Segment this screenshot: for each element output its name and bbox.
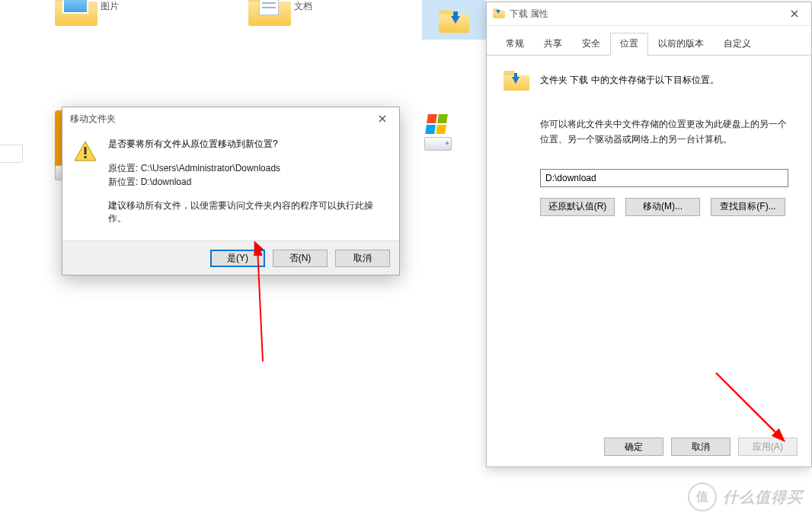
svg-rect-0: [85, 147, 87, 154]
downloads-folder-icon: [504, 69, 529, 95]
close-button[interactable]: [366, 107, 399, 130]
properties-headline: 文件夹 下载 中的文件存储于以下目标位置。: [540, 69, 719, 87]
warning-icon: [73, 139, 98, 164]
properties-tabs: 常规 共享 安全 位置 以前的版本 自定义: [487, 26, 811, 56]
properties-dialog: 下载 属性 常规 共享 安全 位置 以前的版本 自定义 文件夹 下载 中的文件存…: [486, 2, 812, 467]
cancel-button[interactable]: 取消: [671, 438, 730, 456]
properties-title: 下载 属性: [510, 8, 778, 21]
watermark-badge: 值: [688, 482, 717, 511]
watermark-text: 什么值得买: [723, 487, 803, 508]
move-dialog-advice: 建议移动所有文件，以便需要访问文件夹内容的程序可以执行此操作。: [108, 199, 385, 225]
download-arrow-icon: [451, 16, 460, 24]
new-path-value: D:\download: [141, 177, 192, 187]
no-button[interactable]: 否(N): [273, 250, 328, 267]
close-icon: [791, 10, 798, 18]
properties-description: 你可以将此文件夹中文件存储的位置更改为此硬盘上的另一个位置、另一个驱动器或网络上…: [540, 116, 794, 148]
move-button[interactable]: 移动(M)...: [625, 198, 700, 216]
find-target-button[interactable]: 查找目标(F)...: [711, 198, 785, 216]
picture-icon: [62, 0, 88, 14]
tab-location[interactable]: 位置: [610, 33, 648, 56]
pictures-folder[interactable]: [55, 0, 98, 26]
move-dialog-question: 是否要将所有文件从原位置移动到新位置?: [108, 138, 385, 151]
windows-logo-icon: [425, 114, 448, 134]
move-folder-dialog: 移动文件夹 是否要将所有文件从原位置移动到新位置? 原位置: C:\Users\…: [62, 107, 400, 275]
watermark: 值 什么值得买: [688, 482, 803, 511]
move-dialog-paths: 原位置: C:\Users\Administrator\Downloads 新位…: [108, 161, 385, 189]
ok-button[interactable]: 确定: [604, 438, 663, 456]
move-dialog-title: 移动文件夹: [70, 113, 366, 126]
new-path-label: 新位置:: [108, 177, 141, 187]
location-path-input[interactable]: [540, 169, 788, 187]
tab-sharing[interactable]: 共享: [534, 33, 572, 56]
apply-button[interactable]: 应用(A): [738, 438, 798, 456]
sidebar-partial-label: B: [0, 145, 23, 163]
documents-label: 文档: [294, 0, 312, 13]
pictures-label: 图片: [101, 0, 119, 13]
tab-previous[interactable]: 以前的版本: [648, 33, 714, 56]
document-icon: [259, 0, 279, 15]
move-dialog-titlebar[interactable]: 移动文件夹: [62, 107, 399, 130]
dialog-cancel-button[interactable]: 取消: [335, 250, 390, 267]
downloads-folder-icon: [493, 8, 505, 20]
svg-rect-1: [85, 156, 87, 158]
restore-default-button[interactable]: 还原默认值(R): [540, 198, 615, 216]
documents-folder[interactable]: [248, 0, 291, 26]
tab-general[interactable]: 常规: [496, 33, 534, 56]
drive-icon: [424, 137, 452, 151]
old-path-value: C:\Users\Administrator\Downloads: [141, 163, 280, 174]
properties-titlebar[interactable]: 下载 属性: [487, 2, 811, 26]
yes-button[interactable]: 是(Y): [210, 250, 265, 267]
downloads-folder-selected[interactable]: [422, 0, 486, 40]
tab-customize[interactable]: 自定义: [714, 33, 761, 56]
tab-security[interactable]: 安全: [572, 33, 610, 56]
old-path-label: 原位置:: [108, 163, 141, 174]
close-icon: [379, 115, 386, 123]
close-button[interactable]: [778, 2, 811, 25]
